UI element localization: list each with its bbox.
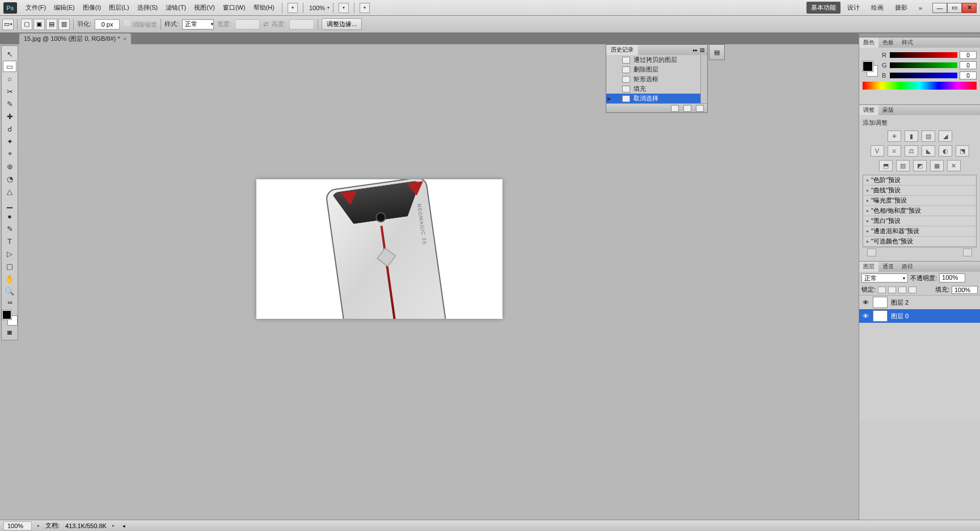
fill-input[interactable]: 100% xyxy=(952,286,978,294)
hand-tool[interactable]: ✋ xyxy=(3,273,16,284)
preset-hue[interactable]: "色相/饱和度"预设 xyxy=(863,206,976,216)
refine-edge-button[interactable]: 调整边缘... xyxy=(322,18,362,30)
zoom-display[interactable]: 100% xyxy=(307,4,327,12)
history-step[interactable]: 填充 xyxy=(606,84,707,94)
menu-view[interactable]: 视图(V) xyxy=(190,2,219,13)
zoom-tool[interactable]: 🔍 xyxy=(3,285,16,297)
adj-gradientmap-icon[interactable]: ▦ xyxy=(930,160,944,171)
type-tool[interactable]: T xyxy=(3,235,16,247)
red-slider[interactable] xyxy=(890,52,957,58)
hscroll-left-icon[interactable]: ◂ xyxy=(122,523,125,529)
preset-curves[interactable]: "曲线"预设 xyxy=(863,186,976,196)
menu-filter[interactable]: 滤镜(T) xyxy=(162,2,190,13)
layer-row[interactable]: 👁 图层 2 xyxy=(859,296,980,309)
tab-color[interactable]: 颜色 xyxy=(859,37,878,48)
workspace-design[interactable]: 设计 xyxy=(843,2,864,14)
lasso-tool[interactable]: ○ xyxy=(3,73,16,85)
document-tab-close-icon[interactable]: × xyxy=(124,36,126,42)
foreground-color-swatch[interactable] xyxy=(2,310,11,319)
panel-collapse-icon[interactable]: ▸▸ xyxy=(693,48,700,53)
launch-dropdown[interactable] xyxy=(288,3,298,13)
preset-channelmixer[interactable]: "通道混和器"预设 xyxy=(863,226,976,237)
fg-color-swatch[interactable] xyxy=(863,61,873,71)
arrange-dropdown[interactable] xyxy=(339,3,349,13)
tab-swatches[interactable]: 色板 xyxy=(878,37,898,48)
tab-adjustments[interactable]: 调整 xyxy=(859,105,878,115)
history-snapshot-icon[interactable] xyxy=(671,105,679,112)
status-zoom-arrow-icon[interactable]: ▸ xyxy=(37,523,40,528)
eraser-tool[interactable]: ◔ xyxy=(3,173,16,184)
blur-tool[interactable]: ▁ xyxy=(3,198,16,209)
adj-hue-icon[interactable]: ≡ xyxy=(888,145,901,157)
document-tab[interactable]: 15.jpg @ 100% (图层 0, RGB/8#) * × xyxy=(19,33,131,44)
layer-thumbnail[interactable] xyxy=(873,297,888,308)
adj-colorbalance-icon[interactable]: ⚖ xyxy=(905,145,918,157)
preset-exposure[interactable]: "曝光度"预设 xyxy=(863,196,976,206)
pen-tool[interactable]: ✎ xyxy=(3,223,16,234)
adj-photofilter-icon[interactable]: ◐ xyxy=(939,145,952,157)
status-zoom[interactable]: 100% xyxy=(3,521,32,530)
preset-bw[interactable]: "黑白"预设 xyxy=(863,216,976,226)
history-panel[interactable]: 历史记录 ▸▸ ▤ 通过拷贝的图层 删除图层 矩形选框 填充 ▶取消选择 xyxy=(606,44,708,113)
green-value-input[interactable] xyxy=(960,61,977,69)
brush-tool[interactable]: ✦ xyxy=(3,136,16,147)
layer-visibility-icon[interactable]: 👁 xyxy=(861,298,869,306)
gradient-tool[interactable]: △ xyxy=(3,186,16,197)
adj-curves-icon[interactable]: ▧ xyxy=(922,130,935,142)
blue-slider[interactable] xyxy=(890,73,957,78)
adj-exposure-icon[interactable]: ◢ xyxy=(939,130,952,142)
menu-window[interactable]: 窗口(W) xyxy=(219,2,250,13)
menu-file[interactable]: 文件(F) xyxy=(22,2,50,13)
menu-help[interactable]: 帮助(H) xyxy=(250,2,278,13)
workspace-photography[interactable]: 摄影 xyxy=(890,2,912,14)
tool-preset-dropdown[interactable]: ▭ xyxy=(2,19,14,30)
tab-paths[interactable]: 路径 xyxy=(898,262,917,272)
feather-input[interactable] xyxy=(95,19,120,30)
adj-clip-icon[interactable] xyxy=(963,248,972,256)
marquee-tool[interactable]: ▭ xyxy=(3,61,16,72)
history-tab[interactable]: 历史记录 xyxy=(606,45,638,55)
move-tool[interactable]: ↖ xyxy=(3,48,16,60)
color-spectrum[interactable] xyxy=(863,82,977,90)
selection-add-icon[interactable]: ▣ xyxy=(33,19,45,30)
tab-channels[interactable]: 通道 xyxy=(878,262,898,272)
history-new-icon[interactable] xyxy=(683,105,691,112)
history-step[interactable]: ▶取消选择 xyxy=(606,94,707,103)
adj-channelmixer-icon[interactable]: ⬔ xyxy=(956,145,969,157)
workspace-painting[interactable]: 绘画 xyxy=(867,2,888,14)
layer-row[interactable]: 👁 图层 0 xyxy=(859,309,980,323)
history-step[interactable]: 矩形选框 xyxy=(606,74,707,84)
history-delete-icon[interactable] xyxy=(696,105,704,112)
window-maximize-button[interactable]: ▭ xyxy=(947,3,962,13)
panel-collapse-strip[interactable] xyxy=(859,33,980,37)
canvas-area[interactable]: REDMAGIC 3S xyxy=(19,44,843,519)
adj-return-icon[interactable] xyxy=(867,248,876,256)
workspace-essentials[interactable]: 基本功能 xyxy=(806,2,840,14)
adj-selectivecolor-icon[interactable]: ✕ xyxy=(947,160,961,171)
layer-name[interactable]: 图层 2 xyxy=(891,298,909,307)
eyedropper-tool[interactable]: ✚ xyxy=(3,111,16,122)
lock-transparent-icon[interactable] xyxy=(878,286,886,293)
screen-mode-dropdown[interactable] xyxy=(360,3,370,13)
tab-layers[interactable]: 图层 xyxy=(859,262,878,272)
lock-position-icon[interactable] xyxy=(898,286,906,293)
history-scrollbar[interactable] xyxy=(700,55,707,103)
history-brush-tool[interactable]: ⊕ xyxy=(3,161,16,172)
preset-selectivecolor[interactable]: "可选颜色"预设 xyxy=(863,237,976,247)
stamp-tool[interactable]: ⌖ xyxy=(3,148,16,159)
red-value-input[interactable] xyxy=(960,51,977,59)
adj-brightness-icon[interactable]: ☀ xyxy=(888,130,901,142)
green-slider[interactable] xyxy=(890,62,957,68)
preset-levels[interactable]: "色阶"预设 xyxy=(863,175,976,186)
history-step[interactable]: 删除图层 xyxy=(606,65,707,74)
quick-select-tool[interactable]: ✂ xyxy=(3,86,16,97)
adj-invert-icon[interactable]: ⬒ xyxy=(879,160,893,171)
shape-tool[interactable]: ▢ xyxy=(3,260,16,272)
document-canvas[interactable]: REDMAGIC 3S xyxy=(256,179,502,319)
menu-layer[interactable]: 图层(L) xyxy=(105,2,133,13)
menu-select[interactable]: 选择(S) xyxy=(133,2,162,13)
adj-threshold-icon[interactable]: ◩ xyxy=(913,160,927,171)
adj-posterize-icon[interactable]: ▨ xyxy=(896,160,910,171)
selection-intersect-icon[interactable]: ▥ xyxy=(58,19,70,30)
selection-subtract-icon[interactable]: ▤ xyxy=(46,19,57,30)
